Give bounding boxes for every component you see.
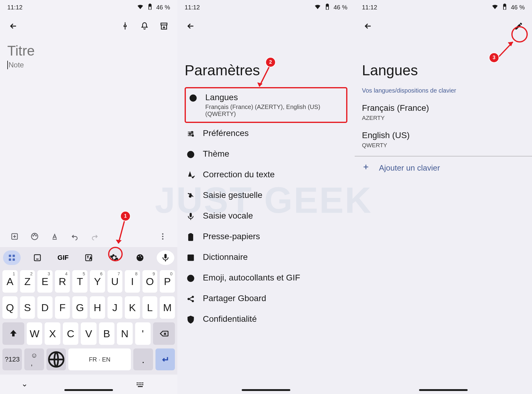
kbd-row4: ?123 ☺, FR · EN . xyxy=(0,347,177,372)
lang-item-fr[interactable]: Français (France) AZERTY xyxy=(355,100,532,127)
key-b[interactable]: B xyxy=(99,322,114,345)
pin-icon[interactable] xyxy=(117,18,134,35)
kbd-layout-icon[interactable] xyxy=(137,382,144,389)
key-dot[interactable]: . xyxy=(133,348,153,370)
setting-correction[interactable]: Correction du texte xyxy=(177,164,355,185)
setting-privacy[interactable]: Confidentialité xyxy=(177,309,355,329)
archive-icon[interactable] xyxy=(155,18,172,35)
key-p[interactable]: P0 xyxy=(160,270,175,293)
status-battery: 46 % xyxy=(511,4,525,11)
key-q[interactable]: Q xyxy=(2,296,18,319)
svg-point-31 xyxy=(191,131,193,133)
setting-voice[interactable]: Saisie vocale xyxy=(177,205,355,226)
key-emoji[interactable]: ☺, xyxy=(24,348,44,370)
key-backspace[interactable] xyxy=(153,322,175,345)
add-keyboard[interactable]: Ajouter un clavier xyxy=(355,158,532,178)
key-s[interactable]: S xyxy=(20,296,35,319)
key-y[interactable]: Y6 xyxy=(90,270,105,293)
add-icon[interactable] xyxy=(5,229,24,244)
setting-gesture[interactable]: Saisie gestuelle xyxy=(177,185,355,205)
setting-title: Langues xyxy=(205,93,321,102)
key-a[interactable]: A1 xyxy=(2,270,18,293)
key-g[interactable]: G xyxy=(72,296,87,319)
key-t[interactable]: T5 xyxy=(72,270,87,293)
palette-icon[interactable] xyxy=(26,229,44,244)
setting-preferences[interactable]: Préférences xyxy=(177,123,355,144)
bell-icon[interactable] xyxy=(136,18,153,35)
battery-icon xyxy=(501,3,508,12)
key-enter[interactable] xyxy=(155,348,175,370)
back-icon[interactable] xyxy=(182,18,199,35)
key-globe[interactable] xyxy=(46,348,66,370)
key-r[interactable]: R4 xyxy=(55,270,70,293)
text-icon[interactable] xyxy=(46,229,64,244)
kbd-gif-icon[interactable]: GIF xyxy=(54,250,72,265)
key-j[interactable]: J xyxy=(107,296,123,319)
svg-rect-24 xyxy=(138,384,140,385)
kbd-theme-icon[interactable] xyxy=(131,250,149,265)
key-k[interactable]: K xyxy=(125,296,140,319)
lang-item-en[interactable]: English (US) QWERTY xyxy=(355,127,532,155)
key-d[interactable]: D xyxy=(37,296,53,319)
svg-point-4 xyxy=(36,236,36,236)
key-f[interactable]: F xyxy=(55,296,70,319)
setting-share[interactable]: Partager Gboard xyxy=(177,288,355,309)
more-icon[interactable] xyxy=(154,229,172,244)
annotation-badge-1: 1 xyxy=(121,212,130,221)
key-x[interactable]: X xyxy=(45,322,60,345)
kbd-sticker-icon[interactable] xyxy=(29,250,46,265)
key-shift[interactable] xyxy=(2,322,24,345)
back-icon[interactable] xyxy=(360,18,377,35)
setting-clipboard[interactable]: Presse-papiers xyxy=(177,226,355,247)
setting-title: Correction du texte xyxy=(203,170,275,179)
battery-icon xyxy=(324,3,331,12)
kbd-apps-icon[interactable] xyxy=(3,250,21,265)
nav-bar xyxy=(0,389,177,391)
key-m[interactable]: M xyxy=(160,296,175,319)
setting-dictionary[interactable]: Dictionnaire xyxy=(177,247,355,267)
setting-theme[interactable]: Thème xyxy=(177,144,355,164)
kbd-translate-icon[interactable] xyxy=(80,250,97,265)
svg-rect-9 xyxy=(13,255,15,257)
setting-title: Saisie gestuelle xyxy=(203,190,262,200)
key-u[interactable]: U7 xyxy=(107,270,123,293)
svg-point-2 xyxy=(33,236,33,236)
key-space[interactable]: FR · EN xyxy=(68,348,131,370)
lang-layout: QWERTY xyxy=(362,142,525,149)
collapse-icon[interactable]: ⌄ xyxy=(21,379,28,389)
svg-rect-21 xyxy=(140,382,142,383)
screenshot-2: 11:12 46 % Paramètres Langues Français (… xyxy=(177,0,355,394)
key-v[interactable]: V xyxy=(81,322,96,345)
note-input[interactable] xyxy=(7,61,170,69)
key-n[interactable]: N xyxy=(117,322,132,345)
key-i[interactable]: I8 xyxy=(125,270,140,293)
kbd-mic-icon[interactable] xyxy=(157,250,174,265)
key-c[interactable]: C xyxy=(63,322,78,345)
status-time: 11:12 xyxy=(362,4,377,11)
undo-icon[interactable] xyxy=(66,229,84,244)
svg-point-17 xyxy=(141,257,142,258)
gesture-icon xyxy=(185,192,197,200)
svg-rect-19 xyxy=(137,382,138,383)
svg-point-14 xyxy=(136,254,143,261)
title-input[interactable] xyxy=(7,42,170,59)
setting-title: Thème xyxy=(203,149,229,159)
section-label: Vos langues/dispositions de clavier xyxy=(355,87,532,100)
wifi-icon xyxy=(137,3,144,12)
lang-name: English (US) xyxy=(362,131,525,140)
redo-icon[interactable] xyxy=(86,229,104,244)
key-symbols[interactable]: ?123 xyxy=(2,348,22,370)
key-l[interactable]: L xyxy=(142,296,158,319)
key-h[interactable]: H xyxy=(90,296,105,319)
book-icon xyxy=(185,253,197,262)
key-apos[interactable]: ' xyxy=(135,322,151,345)
back-icon[interactable] xyxy=(5,18,22,35)
key-o[interactable]: O9 xyxy=(142,270,158,293)
wifi-icon xyxy=(491,3,499,12)
svg-marker-29 xyxy=(116,240,121,243)
key-w[interactable]: W xyxy=(27,322,42,345)
setting-langues[interactable]: Langues Français (France) (AZERTY), Engl… xyxy=(186,93,346,117)
setting-emoji[interactable]: Emoji, autocollants et GIF xyxy=(177,267,355,288)
key-z[interactable]: Z2 xyxy=(20,270,35,293)
key-e[interactable]: E3 xyxy=(37,270,53,293)
